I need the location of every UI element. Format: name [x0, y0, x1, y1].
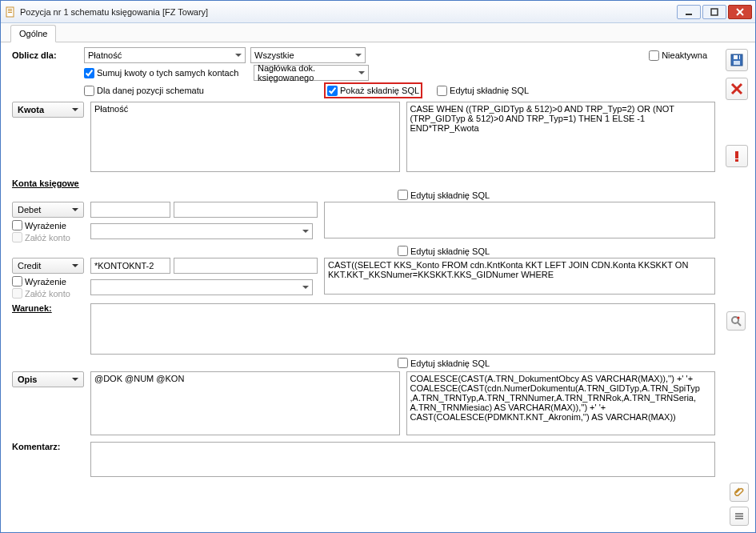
opis-section: Opis — [12, 371, 715, 437]
svg-rect-19 — [735, 513, 743, 515]
debet-combo[interactable] — [90, 223, 313, 239]
kwota-left-textarea[interactable] — [90, 102, 400, 172]
document-icon — [4, 6, 17, 18]
credit-wyrazenie-checkbox[interactable]: Wyrażenie — [12, 276, 79, 287]
inactive-checkbox[interactable]: Nieaktywna — [649, 50, 707, 61]
tab-strip: Ogólne — [1, 23, 755, 42]
window-title: Pozycja nr 1 schematu księgowania [FZ To… — [20, 7, 208, 17]
opis-dropdown-button[interactable]: Opis — [12, 371, 84, 387]
opis-right-textarea[interactable] — [406, 371, 716, 435]
edytuj-sql-debet-checkbox[interactable]: Edytuj składnię SQL — [398, 190, 490, 200]
edytuj-sql-kwota-checkbox[interactable]: Edytuj składnię SQL — [437, 86, 529, 96]
svg-rect-15 — [735, 159, 738, 162]
cancel-button[interactable] — [726, 78, 748, 100]
svg-rect-11 — [738, 55, 739, 59]
list-button[interactable] — [730, 507, 749, 526]
svg-line-17 — [738, 323, 741, 326]
credit-input-1[interactable] — [90, 258, 170, 274]
svg-rect-4 — [686, 14, 692, 15]
svg-rect-2 — [8, 10, 12, 11]
debet-row: Debet Wyrażenie Załóż konto — [12, 202, 715, 242]
header-select[interactable]: Nagłówka dok. księgowanego — [254, 65, 369, 81]
oblicz-select-2[interactable]: Wszystkie — [250, 47, 366, 63]
debet-sql-textarea[interactable] — [324, 202, 715, 238]
dla-checkbox[interactable]: Dla danej pozycji schematu — [84, 86, 246, 96]
komentarz-textarea[interactable] — [90, 442, 715, 477]
komentarz-section: Komentarz: — [12, 442, 715, 477]
credit-combo[interactable] — [90, 279, 313, 295]
debet-input-1[interactable] — [90, 202, 170, 218]
komentarz-label: Komentarz: — [12, 442, 61, 451]
warunek-label: Warunek: — [12, 303, 52, 313]
content-area: Oblicz dla: Płatność Wszystkie Nieaktywn… — [1, 42, 755, 485]
warning-icon-button[interactable] — [726, 145, 748, 167]
debet-zaloz-checkbox: Załóż konto — [12, 232, 79, 242]
svg-rect-14 — [735, 151, 738, 158]
credit-input-2[interactable] — [174, 258, 318, 274]
pokaz-sql-checkbox[interactable]: Pokaż składnię SQL — [327, 86, 419, 96]
kwota-dropdown-button[interactable]: Kwota — [12, 102, 84, 118]
oblicz-label: Oblicz dla: — [12, 50, 84, 60]
warunek-section: Warunek: — [12, 303, 715, 355]
edytuj-sql-credit-checkbox[interactable]: Edytuj składnię SQL — [398, 246, 490, 256]
close-button[interactable] — [728, 5, 752, 19]
highlight-box: Pokaż składnię SQL — [324, 82, 422, 98]
credit-sql-textarea[interactable] — [324, 258, 715, 295]
svg-rect-3 — [8, 12, 12, 13]
svg-rect-10 — [734, 61, 740, 65]
side-toolbar — [725, 49, 749, 167]
tab-general[interactable]: Ogólne — [10, 25, 56, 42]
debet-input-2[interactable] — [174, 202, 318, 218]
warunek-textarea[interactable] — [90, 303, 715, 355]
credit-dropdown-button[interactable]: Credit — [12, 258, 84, 274]
opis-left-textarea[interactable] — [90, 371, 400, 435]
attach-button[interactable] — [730, 483, 749, 502]
credit-zaloz-checkbox: Załóż konto — [12, 288, 79, 299]
maximize-button[interactable] — [702, 5, 726, 19]
bottom-toolbar — [730, 483, 749, 526]
sum-checkbox[interactable]: Sumuj kwoty o tych samych kontach — [84, 68, 246, 78]
titlebar: Pozycja nr 1 schematu księgowania [FZ To… — [1, 1, 755, 23]
oblicz-select-1[interactable]: Płatność — [84, 47, 246, 63]
svg-rect-1 — [8, 9, 12, 10]
konta-section-title: Konta księgowe — [12, 178, 715, 188]
minimize-button[interactable] — [677, 5, 701, 19]
debet-dropdown-button[interactable]: Debet — [12, 202, 84, 218]
save-button[interactable] — [726, 49, 748, 71]
kwota-section: Kwota — [12, 102, 715, 174]
svg-rect-5 — [711, 9, 718, 15]
svg-point-18 — [738, 317, 740, 319]
edytuj-sql-opis-checkbox[interactable]: Edytuj składnię SQL — [398, 358, 490, 368]
kwota-right-textarea[interactable] — [406, 102, 716, 172]
credit-row: Credit Wyrażenie Załóż konto — [12, 258, 715, 299]
svg-rect-20 — [735, 515, 743, 517]
search-warunek-button[interactable] — [726, 311, 746, 331]
svg-rect-21 — [735, 518, 743, 519]
debet-wyrazenie-checkbox[interactable]: Wyrażenie — [12, 220, 79, 230]
